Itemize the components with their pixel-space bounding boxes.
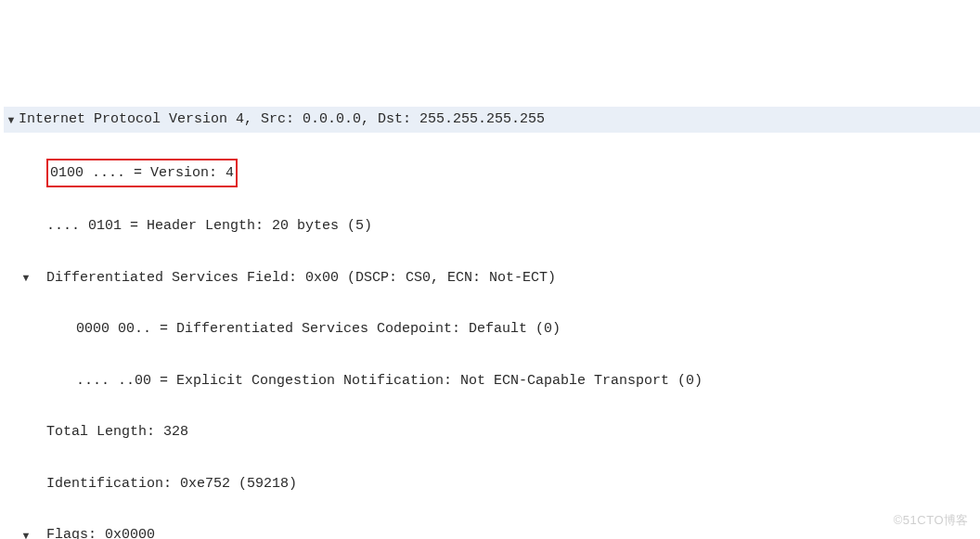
row-ecn[interactable]: .... ..00 = Explicit Congestion Notifica… [4,368,980,394]
identification-text: Identification: 0xe752 (59218) [46,471,297,497]
row-identification[interactable]: Identification: 0xe752 (59218) [4,471,980,497]
version-text: 0100 .... = Version: 4 [46,159,238,188]
ip-header-text: Internet Protocol Version 4, Src: 0.0.0.… [19,107,545,133]
row-total-length[interactable]: Total Length: 328 [4,419,980,445]
row-header-length[interactable]: .... 0101 = Header Length: 20 bytes (5) [4,213,980,239]
chevron-down-icon[interactable]: ▼ [19,526,33,539]
row-diff-services[interactable]: ▼Differentiated Services Field: 0x00 (DS… [4,265,980,291]
row-ip-header[interactable]: ▼Internet Protocol Version 4, Src: 0.0.0… [4,107,980,133]
ecn-text: .... ..00 = Explicit Congestion Notifica… [76,368,703,394]
header-length-text: .... 0101 = Header Length: 20 bytes (5) [46,213,372,239]
chevron-down-icon[interactable]: ▼ [4,110,19,129]
row-flags[interactable]: ▼Flags: 0x0000 [4,522,980,539]
flags-text: Flags: 0x0000 [46,522,155,539]
row-version[interactable]: 0100 .... = Version: 4 [4,159,980,188]
watermark-text: ©51CTO博客 [894,509,969,532]
row-dscp[interactable]: 0000 00.. = Differentiated Services Code… [4,316,980,342]
dscp-text: 0000 00.. = Differentiated Services Code… [76,316,561,342]
chevron-down-icon[interactable]: ▼ [19,268,33,287]
total-length-text: Total Length: 328 [46,419,188,445]
diff-services-text: Differentiated Services Field: 0x00 (DSC… [46,265,556,291]
